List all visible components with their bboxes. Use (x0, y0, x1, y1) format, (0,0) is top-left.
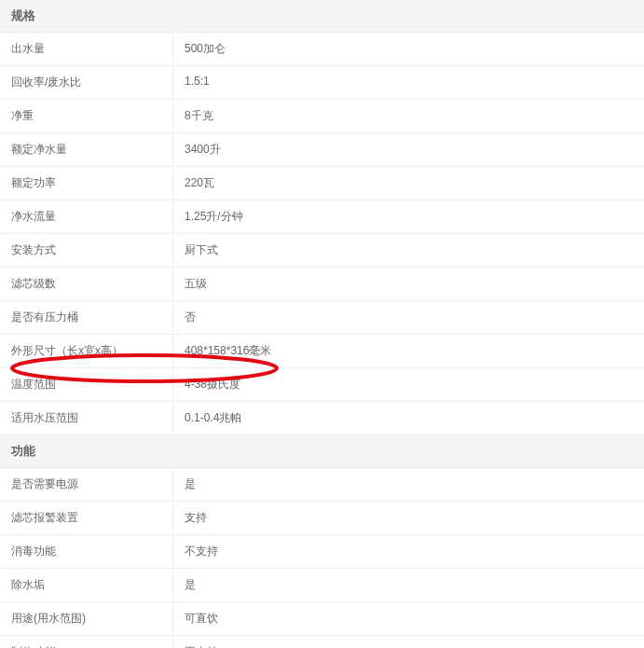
spec-value: 500加仑 (173, 33, 644, 65)
specification-table: 规格 出水量 500加仑 回收率/废水比 1.5:1 净重 8千克 额定净水量 … (0, 0, 644, 648)
table-row: 是否有压力桶 否 (0, 301, 644, 335)
spec-value: 不支持 (173, 535, 644, 568)
table-row: 是否需要电源 是 (0, 468, 644, 502)
spec-value: 3400升 (173, 133, 644, 166)
spec-label: 是否有压力桶 (0, 301, 173, 334)
spec-value: 8千克 (173, 100, 644, 132)
table-row: 额定功率 220瓦 (0, 167, 644, 200)
spec-label: 适用水压范围 (0, 402, 173, 434)
table-row: 净重 8千克 (0, 100, 644, 133)
table-row: 温度范围 4-38摄氏度 (0, 368, 644, 402)
spec-value: 是 (173, 468, 644, 501)
spec-value: 五级 (173, 268, 644, 300)
spec-label: 滤芯报警装置 (0, 502, 173, 534)
spec-label: 出水量 (0, 33, 173, 65)
spec-label: 温度范围 (0, 368, 173, 401)
spec-label: 安装方式 (0, 234, 173, 267)
section-header-specs: 规格 (0, 0, 644, 33)
spec-value: 厨下式 (173, 234, 644, 267)
table-row: 消毒功能 不支持 (0, 535, 644, 569)
table-row: 外形尺寸（长x宽x高） 408*158*316毫米 (0, 335, 644, 368)
spec-label: 制热功能 (0, 636, 173, 648)
spec-label: 回收率/废水比 (0, 66, 173, 99)
table-row: 滤芯报警装置 支持 (0, 502, 644, 535)
table-row: 除水垢 是 (0, 569, 644, 602)
spec-value: 408*158*316毫米 (173, 335, 644, 367)
section-header-features: 功能 (0, 435, 644, 468)
spec-label: 额定净水量 (0, 133, 173, 166)
spec-label: 净水流量 (0, 200, 173, 233)
spec-label: 是否需要电源 (0, 468, 173, 501)
table-row: 出水量 500加仑 (0, 33, 644, 66)
spec-label: 消毒功能 (0, 535, 173, 568)
spec-value: 4-38摄氏度 (173, 368, 644, 401)
spec-value: 220瓦 (173, 167, 644, 200)
spec-label: 净重 (0, 100, 173, 132)
table-row: 安装方式 厨下式 (0, 234, 644, 268)
spec-value: 0.1-0.4兆帕 (173, 402, 644, 434)
spec-value: 否 (173, 301, 644, 334)
table-row: 制热功能 不支持 (0, 636, 644, 648)
table-row: 净水流量 1.25升/分钟 (0, 200, 644, 234)
table-row: 额定净水量 3400升 (0, 133, 644, 167)
table-row: 回收率/废水比 1.5:1 (0, 66, 644, 100)
spec-value: 可直饮 (173, 602, 644, 635)
spec-label: 除水垢 (0, 569, 173, 601)
table-row: 适用水压范围 0.1-0.4兆帕 (0, 402, 644, 435)
table-row: 用途(用水范围) 可直饮 (0, 602, 644, 636)
spec-label: 外形尺寸（长x宽x高） (0, 335, 173, 367)
spec-value: 是 (173, 569, 644, 601)
spec-value: 支持 (173, 502, 644, 534)
spec-value: 1.5:1 (173, 66, 644, 99)
spec-label: 用途(用水范围) (0, 602, 173, 635)
table-row: 滤芯级数 五级 (0, 268, 644, 301)
spec-value: 不支持 (173, 636, 644, 648)
spec-value: 1.25升/分钟 (173, 200, 644, 233)
spec-label: 滤芯级数 (0, 268, 173, 300)
spec-label: 额定功率 (0, 167, 173, 200)
